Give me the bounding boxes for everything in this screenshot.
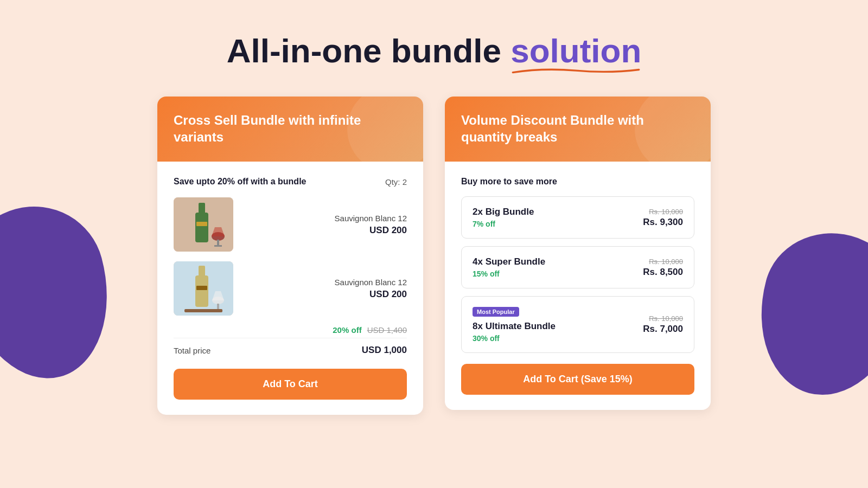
bundle-option-1-left: 2x Big Bundle 7% off: [473, 207, 534, 228]
product-info-1: Sauvignon Blanc 12 USD 200: [242, 214, 407, 236]
svg-rect-3: [196, 222, 207, 226]
buy-more-subtitle: Buy more to save more: [461, 177, 694, 187]
volume-discount-card-body: Buy more to save more 2x Big Bundle 7% o…: [445, 162, 711, 410]
volume-discount-card-title: Volume Discount Bundle with quantity bre…: [461, 112, 694, 145]
cross-sell-subtitle: Save upto 20% off with a bundle: [174, 177, 306, 187]
product-image-1: [174, 197, 233, 252]
bundle-option-3[interactable]: Most Popular 8x Ultimate Bundle 30% off …: [461, 296, 694, 353]
svg-rect-9: [199, 266, 205, 277]
product-item-1: Sauvignon Blanc 12 USD 200: [174, 197, 407, 252]
bundle-1-name: 2x Big Bundle: [473, 207, 534, 217]
title-plain: All-in-one bundle: [227, 32, 511, 69]
bundle-3-name: 8x Ultimate Bundle: [473, 321, 556, 332]
page-header: All-in-one bundle solution: [227, 33, 642, 69]
cross-sell-card: Cross Sell Bundle with infinite variants…: [157, 97, 423, 415]
volume-discount-card: Volume Discount Bundle with quantity bre…: [445, 97, 711, 410]
svg-rect-16: [184, 309, 222, 312]
svg-rect-11: [196, 286, 207, 290]
discount-percent: 20% off: [333, 325, 361, 335]
cross-sell-header-row: Save upto 20% off with a bundle Qty: 2: [174, 177, 407, 187]
product-name-2: Sauvignon Blanc 12: [242, 278, 407, 287]
discount-row: 20% off USD 1,400: [174, 325, 407, 335]
svg-rect-2: [195, 213, 208, 242]
bundle-option-1[interactable]: 2x Big Bundle 7% off Rs. 10,000 Rs. 9,30…: [461, 196, 694, 239]
svg-rect-10: [195, 275, 208, 307]
product-info-2: Sauvignon Blanc 12 USD 200: [242, 278, 407, 300]
bundle-2-original-price: Rs. 10,000: [643, 258, 683, 266]
page-title: All-in-one bundle solution: [227, 33, 642, 69]
bundle-1-price: Rs. 9,300: [643, 217, 683, 228]
title-accent: solution: [510, 33, 641, 69]
volume-discount-card-header: Volume Discount Bundle with quantity bre…: [445, 97, 711, 162]
title-underline: [510, 66, 641, 76]
bundle-3-price: Rs. 7,000: [643, 324, 683, 335]
product-price-1: USD 200: [242, 225, 407, 236]
original-total: USD 1,400: [367, 325, 407, 335]
cross-sell-card-title: Cross Sell Bundle with infinite variants: [174, 112, 407, 145]
product-image-2: [174, 261, 233, 316]
cross-sell-add-to-cart-button[interactable]: Add To Cart: [174, 369, 407, 400]
wine-bottle-2-icon: [174, 261, 233, 316]
svg-rect-1: [199, 203, 205, 214]
cross-sell-card-header: Cross Sell Bundle with infinite variants: [157, 97, 423, 162]
total-label: Total price: [174, 346, 210, 355]
bundle-option-3-right: Rs. 10,000 Rs. 7,000: [643, 314, 683, 335]
volume-add-to-cart-wrapper: Add To Cart (Save 15%): [461, 364, 694, 395]
bundle-3-discount: 30% off: [473, 334, 556, 343]
bundle-2-name: 4x Super Bundle: [473, 256, 545, 267]
wine-bottle-1-icon: [174, 197, 233, 252]
bundle-option-1-right: Rs. 10,000 Rs. 9,300: [643, 208, 683, 228]
total-price: USD 1,000: [362, 345, 407, 356]
bundle-1-original-price: Rs. 10,000: [643, 208, 683, 216]
product-name-1: Sauvignon Blanc 12: [242, 214, 407, 223]
volume-discount-add-to-cart-button[interactable]: Add To Cart (Save 15%): [461, 364, 694, 395]
bundle-2-price: Rs. 8,500: [643, 267, 683, 278]
bundle-2-discount: 15% off: [473, 269, 545, 278]
cross-sell-qty: Qty: 2: [385, 177, 407, 187]
bundle-option-3-left: Most Popular 8x Ultimate Bundle 30% off: [473, 306, 556, 343]
product-item-2: Sauvignon Blanc 12 USD 200: [174, 261, 407, 316]
cards-container: Cross Sell Bundle with infinite variants…: [157, 97, 711, 415]
cross-sell-card-body: Save upto 20% off with a bundle Qty: 2: [157, 162, 423, 415]
svg-rect-7: [214, 245, 222, 247]
most-popular-badge: Most Popular: [473, 307, 519, 317]
bundle-option-2-left: 4x Super Bundle 15% off: [473, 256, 545, 278]
bundle-option-2[interactable]: 4x Super Bundle 15% off Rs. 10,000 Rs. 8…: [461, 246, 694, 288]
bundle-3-original-price: Rs. 10,000: [643, 314, 683, 323]
product-price-2: USD 200: [242, 289, 407, 300]
bundle-1-discount: 7% off: [473, 220, 534, 228]
bundle-option-2-right: Rs. 10,000 Rs. 8,500: [643, 258, 683, 278]
total-row: Total price USD 1,000: [174, 338, 407, 356]
